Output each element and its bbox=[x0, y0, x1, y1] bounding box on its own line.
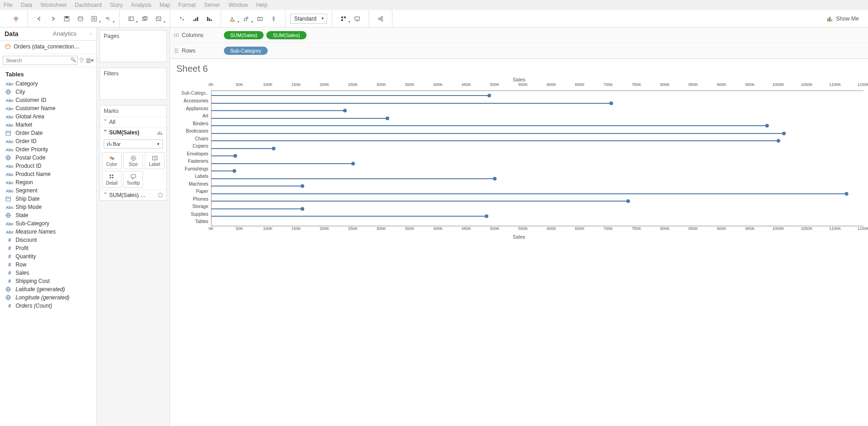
menu-dashboard[interactable]: Dashboard bbox=[75, 2, 102, 8]
sort-asc-icon[interactable] bbox=[190, 13, 201, 25]
field-region[interactable]: AbcRegion bbox=[2, 178, 95, 186]
tables-header: Tables bbox=[0, 67, 96, 80]
bar-row bbox=[212, 175, 863, 183]
back-icon[interactable] bbox=[33, 13, 45, 25]
swap-axes-icon[interactable] bbox=[176, 13, 188, 25]
pin-icon[interactable] bbox=[268, 13, 280, 25]
field-customer-id[interactable]: AbcCustomer ID bbox=[2, 96, 95, 104]
mark-color-button[interactable]: Color bbox=[102, 152, 122, 169]
tab-analytics[interactable]: Analytics ◦ bbox=[48, 27, 97, 40]
menu-map[interactable]: Map bbox=[159, 2, 170, 8]
sort-desc-icon[interactable] bbox=[203, 13, 215, 25]
svg-point-68 bbox=[131, 156, 136, 160]
field-discount[interactable]: #Discount bbox=[2, 236, 95, 244]
field-postal-code[interactable]: Postal Code bbox=[2, 154, 95, 162]
sheet-title[interactable]: Sheet 6 bbox=[170, 59, 868, 77]
field-order-date[interactable]: Order Date bbox=[2, 129, 95, 137]
mark-detail-button[interactable]: Detail bbox=[102, 171, 122, 188]
clear-icon[interactable] bbox=[153, 13, 164, 25]
field-sales[interactable]: #Sales bbox=[2, 269, 95, 277]
field-product-name[interactable]: AbcProduct Name bbox=[2, 170, 95, 178]
menu-data[interactable]: Data bbox=[21, 2, 32, 8]
field-measure-names[interactable]: AbcMeasure Names bbox=[2, 228, 95, 236]
field-ship-date[interactable]: Ship Date bbox=[2, 195, 95, 203]
field-order-priority[interactable]: AbcOrder Priority bbox=[2, 145, 95, 154]
field-order-id[interactable]: AbcOrder ID bbox=[2, 137, 95, 145]
field-sub-category[interactable]: AbcSub-Category bbox=[2, 219, 95, 228]
field-customer-name[interactable]: AbcCustomer Name bbox=[2, 104, 95, 112]
svg-point-34 bbox=[381, 19, 383, 21]
datasource-row[interactable]: Orders (data_connection… bbox=[0, 41, 96, 54]
field-segment[interactable]: AbcSegment bbox=[2, 186, 95, 195]
category-label: Phones bbox=[175, 196, 208, 203]
mark-type-select[interactable]: Bar ▾ bbox=[104, 139, 163, 149]
filters-card[interactable]: Filters bbox=[100, 68, 167, 100]
swap-icon[interactable] bbox=[125, 13, 137, 25]
filter-icon[interactable]: ▽ bbox=[78, 57, 86, 64]
forward-icon[interactable] bbox=[47, 13, 59, 25]
show-me-button[interactable]: Show Me bbox=[827, 16, 859, 22]
rows-shelf[interactable]: Rows Sub-Category bbox=[170, 43, 868, 59]
svg-line-36 bbox=[380, 19, 381, 20]
field-ship-mode[interactable]: AbcShip Mode bbox=[2, 203, 95, 211]
field-category[interactable]: AbcCategory bbox=[2, 80, 95, 88]
save-icon[interactable] bbox=[61, 13, 73, 25]
field-city[interactable]: City bbox=[2, 88, 95, 96]
menu-worksheet[interactable]: Worksheet bbox=[41, 2, 67, 8]
menu-file[interactable]: File bbox=[4, 2, 12, 8]
toolbar: T Standard Show Me bbox=[0, 10, 868, 27]
fit-select[interactable]: Standard bbox=[290, 14, 327, 24]
pill-sum-sales-[interactable]: SUM(Sales) bbox=[266, 31, 306, 39]
refresh-icon[interactable] bbox=[102, 13, 114, 25]
menu-help[interactable]: Help bbox=[256, 2, 268, 8]
chart-area[interactable]: Sales0K50K100K150K200K250K300K350K400K45… bbox=[170, 77, 868, 426]
pill-sum-sales-[interactable]: SUM(Sales) bbox=[224, 31, 264, 39]
marks-all[interactable]: All bbox=[100, 117, 166, 127]
tab-data[interactable]: Data bbox=[0, 27, 48, 40]
tableau-logo-icon[interactable] bbox=[10, 13, 22, 25]
menu-analysis[interactable]: Analysis bbox=[131, 2, 152, 8]
search-input[interactable] bbox=[3, 56, 78, 65]
new-datasource-icon[interactable] bbox=[74, 13, 86, 25]
field-type-icon: Abc bbox=[5, 81, 14, 86]
chart-plot[interactable] bbox=[211, 91, 863, 226]
menu-story[interactable]: Story bbox=[110, 2, 123, 8]
highlight-icon[interactable] bbox=[227, 13, 238, 25]
presentation-icon[interactable] bbox=[351, 13, 363, 25]
svg-rect-72 bbox=[110, 175, 111, 176]
mark-size-button[interactable]: Size bbox=[123, 152, 143, 169]
share-icon[interactable] bbox=[375, 13, 386, 25]
label-icon[interactable]: T bbox=[254, 13, 266, 25]
field-state[interactable]: State bbox=[2, 211, 95, 219]
duplicate-icon[interactable] bbox=[139, 13, 151, 25]
field-longitude-generated-[interactable]: Longitude (generated) bbox=[2, 293, 95, 302]
columns-shelf[interactable]: Columns SUM(Sales)SUM(Sales) bbox=[170, 27, 868, 43]
menu-format[interactable]: Format bbox=[179, 2, 196, 8]
field-product-id[interactable]: AbcProduct ID bbox=[2, 162, 95, 170]
field-quantity[interactable]: #Quantity bbox=[2, 252, 95, 261]
menu-window[interactable]: Window bbox=[228, 2, 248, 8]
field-row[interactable]: #Row bbox=[2, 261, 95, 269]
group-icon[interactable] bbox=[240, 13, 252, 25]
marks-sum-sales-2[interactable]: SUM(Sales) … bbox=[100, 190, 166, 200]
mark-tooltip-button[interactable]: Tooltip bbox=[123, 171, 143, 188]
field-profit[interactable]: #Profit bbox=[2, 244, 95, 252]
pill-sub-category[interactable]: Sub-Category bbox=[224, 47, 268, 55]
cards-icon[interactable] bbox=[338, 13, 349, 25]
field-orders-count-[interactable]: #Orders (Count) bbox=[2, 302, 95, 310]
field-shipping-cost[interactable]: #Shipping Cost bbox=[2, 277, 95, 285]
axis-ticks-bottom: 0K50K100K150K200K250K300K350K400K450K500… bbox=[211, 226, 863, 234]
mark-label-button[interactable]: TLabel bbox=[145, 152, 164, 169]
view-toggle-icon[interactable]: ▥▾ bbox=[86, 57, 94, 64]
category-label: Copiers bbox=[175, 143, 208, 150]
field-latitude-generated-[interactable]: Latitude (generated) bbox=[2, 285, 95, 293]
field-market[interactable]: AbcMarket bbox=[2, 121, 95, 129]
category-label: Chairs bbox=[175, 135, 208, 143]
bar-row bbox=[212, 152, 863, 160]
pages-card[interactable]: Pages bbox=[100, 30, 167, 62]
field-global-area[interactable]: AbcGlobal Area bbox=[2, 112, 95, 121]
new-worksheet-icon[interactable] bbox=[88, 13, 100, 25]
marks-sum-sales-1[interactable]: SUM(Sales) bbox=[100, 127, 166, 138]
menubar: FileDataWorksheetDashboardStoryAnalysisM… bbox=[0, 0, 868, 10]
menu-server[interactable]: Server bbox=[204, 2, 220, 8]
